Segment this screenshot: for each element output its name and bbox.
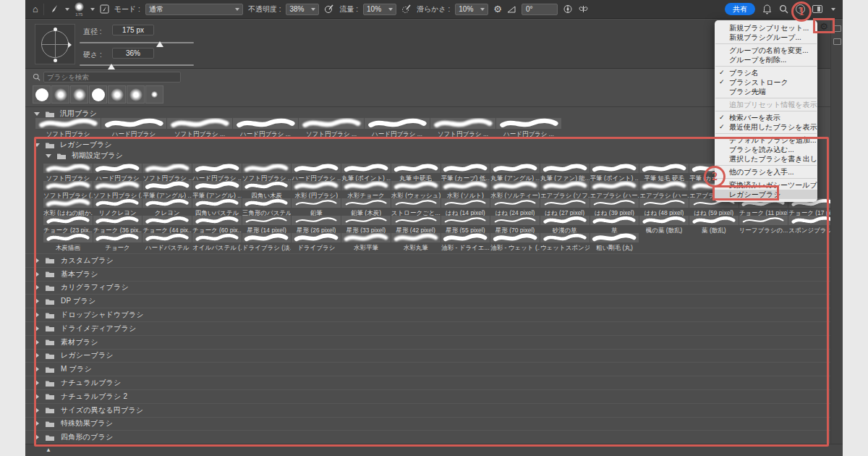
brush-preset[interactable]: ハード円ブラシ ... — [192, 164, 242, 183]
search-icon[interactable] — [779, 4, 788, 14]
brush-preset[interactable]: ハードパステル — [142, 233, 192, 253]
brush-preset[interactable]: 丸筆 (ポイント) ... — [341, 164, 391, 183]
brush-preset[interactable]: チョーク (23 pix... — [43, 216, 93, 235]
expand-chevron-icon[interactable] — [35, 298, 39, 304]
brush-preset[interactable]: 砂漠の草 — [540, 216, 590, 235]
expand-chevron-icon[interactable] — [35, 366, 39, 372]
diameter-slider[interactable] — [80, 42, 194, 43]
hardness-field[interactable]: 36% — [112, 48, 154, 59]
brush-angle-widget[interactable] — [35, 24, 75, 64]
menu-item[interactable]: グループの名前を変更... — [715, 46, 817, 55]
recent-brush-thumbnail[interactable] — [108, 85, 126, 104]
home-icon[interactable]: ⌂ — [33, 4, 38, 14]
brush-preset[interactable]: 丸筆 中硬毛 — [391, 164, 441, 183]
brush-preset[interactable]: チョーク (60 pix... — [192, 216, 242, 235]
brush-preset[interactable]: 鉛筆 (木炭) — [341, 198, 391, 218]
brush-preset[interactable]: 水彩 (ソルト) — [441, 181, 490, 200]
expand-chevron-icon[interactable] — [35, 434, 39, 440]
hardness-slider-thumb[interactable] — [108, 64, 115, 69]
brush-preset[interactable]: はね (27 pixel) — [540, 198, 590, 218]
brush-preset[interactable]: 草 — [590, 216, 639, 235]
blend-mode-select[interactable]: 通常 — [145, 4, 243, 15]
brush-preset[interactable]: ソフト円ブラシ ... — [167, 118, 232, 139]
collapse-chevron-icon[interactable] — [34, 112, 40, 116]
brush-preset[interactable]: はね (39 pixel) — [590, 198, 639, 218]
menu-item[interactable]: レガシーブラシ — [715, 190, 817, 199]
menu-item[interactable]: ✓最近使用したブラシを表示 — [715, 122, 817, 132]
expand-chevron-icon[interactable] — [35, 408, 39, 413]
brush-preset[interactable]: ソフト円ブラシ — [35, 118, 101, 139]
brush-preset[interactable]: ソフト円ブラシ (... — [43, 181, 93, 200]
brush-folder-row[interactable]: サイズの異なる円ブラシ — [25, 403, 830, 417]
opacity-select[interactable]: 38% — [286, 4, 319, 15]
help-icon[interactable]: ? — [796, 4, 805, 14]
brush-preset-picker[interactable]: 175 — [75, 2, 84, 17]
brush-folder-row[interactable]: カリグラフィブラシ — [25, 281, 830, 295]
brush-preset[interactable]: ハード円ブラシ — [93, 164, 142, 183]
brush-folder-row[interactable]: レガシーブラシ — [25, 349, 830, 363]
panel-menu-gear-button[interactable]: ⚙ — [816, 20, 832, 32]
recent-brush-thumbnail[interactable] — [70, 85, 88, 104]
brush-preset[interactable]: 四角いパステル — [192, 198, 242, 218]
brush-preset[interactable]: 星形 (26 pixel) — [292, 216, 341, 235]
expand-chevron-icon[interactable] — [35, 339, 39, 345]
brush-tool-icon[interactable] — [49, 4, 59, 14]
brush-angle-field[interactable]: 0° — [522, 4, 558, 15]
brush-preset[interactable]: 星形 (14 pixel) — [242, 216, 292, 235]
diameter-slider-thumb[interactable] — [156, 41, 163, 47]
brush-preset[interactable]: 平筆 (アングル) ... — [192, 181, 242, 200]
dock-panel-icon[interactable] — [833, 25, 841, 32]
brush-preset[interactable]: エアブラシ (ハー... — [639, 181, 689, 200]
brush-folder-row[interactable]: M ブラシ — [25, 362, 830, 376]
brush-preset[interactable]: クレヨン — [142, 198, 192, 218]
brush-preset[interactable]: はね (24 pixel) — [490, 198, 540, 218]
brush-preset[interactable]: 油彩 - ウェット (... — [490, 233, 540, 253]
expand-chevron-icon[interactable] — [35, 394, 39, 400]
scroll-up-icon[interactable]: ▲ — [46, 447, 51, 453]
brush-folder-row[interactable]: 四角形のブラシ — [25, 430, 830, 444]
brush-preset[interactable]: はね (14 pixel) — [441, 198, 490, 218]
brush-preset[interactable]: 木炭描画 — [43, 233, 93, 253]
brush-preset[interactable]: ドライブラシ (淡... — [242, 233, 292, 253]
menu-item[interactable]: デフォルトブラシを追加... — [715, 135, 817, 145]
brush-preset[interactable]: 四角い木炭 — [242, 181, 292, 200]
brush-preset[interactable]: ハード円ブラシ — [101, 118, 166, 139]
brush-preset[interactable]: 平筆 (ポイント) ... — [590, 164, 639, 183]
brush-preset[interactable]: ハード円ブラシ ... — [233, 118, 298, 139]
brush-preset[interactable]: 三角形のパステル — [242, 198, 292, 218]
group-header-general[interactable]: 汎用ブラシ — [34, 109, 97, 119]
pressure-opacity-icon[interactable] — [324, 4, 334, 14]
brush-preset[interactable]: チョーク (36 pix... — [93, 216, 142, 235]
brush-folder-row[interactable]: 基本ブラシ — [25, 267, 830, 281]
menu-item[interactable]: 追加プリセット情報を表示 — [715, 100, 817, 109]
group-header-default-brushes[interactable]: 初期設定ブラシ — [46, 151, 123, 161]
brush-folder-row[interactable]: ナチュラルブラシ 2 — [25, 389, 830, 403]
brush-folder-row[interactable]: DP ブラシ — [25, 294, 830, 308]
brush-preset[interactable]: ウェットスポンジ — [540, 233, 590, 253]
brush-folder-row[interactable]: ナチュラルブラシ — [25, 376, 830, 389]
menu-item[interactable]: 変換済みレガシーツールプリセット — [715, 180, 817, 190]
menu-item[interactable]: ブラシ先端 — [715, 87, 817, 96]
brush-preset[interactable]: 楓の葉 (散乱) — [639, 216, 689, 235]
collapse-chevron-icon[interactable] — [46, 154, 51, 158]
brush-preset[interactable]: ソフト円ブラシ ... — [430, 118, 495, 139]
menu-item[interactable]: ✓検索バーを表示 — [715, 113, 817, 122]
brush-preset[interactable]: 水彩丸筆 — [391, 233, 441, 253]
menu-item[interactable]: グループを削除... — [715, 55, 817, 64]
expand-chevron-icon[interactable] — [35, 271, 39, 277]
dock-panel-icon[interactable] — [833, 38, 841, 45]
brush-folder-row[interactable]: ドライメディアブラシ — [25, 321, 830, 335]
brush-preset[interactable]: 丸筆 (アングル) ... — [490, 164, 540, 183]
brush-folder-row[interactable]: 素材ブラシ — [25, 335, 830, 349]
diameter-field[interactable]: 175 px — [112, 25, 154, 35]
brush-preset[interactable]: 丸筆 (ファン) 能... — [540, 164, 590, 183]
flow-select[interactable]: 10% — [363, 4, 396, 15]
brush-preset[interactable]: 水彩 (ウォッシュ) — [391, 181, 441, 200]
brush-preset[interactable]: チョーク — [93, 233, 142, 253]
brush-preset[interactable]: はね (48 pixel) — [639, 198, 689, 218]
brush-preset[interactable]: 星形 (42 pixel) — [391, 216, 441, 235]
bell-icon[interactable] — [762, 4, 772, 14]
brush-preset[interactable]: ソフト円ブラシ (... — [93, 181, 142, 200]
brush-preset[interactable]: 鉛筆 — [292, 198, 341, 218]
recent-brush-thumbnail[interactable] — [127, 85, 145, 104]
